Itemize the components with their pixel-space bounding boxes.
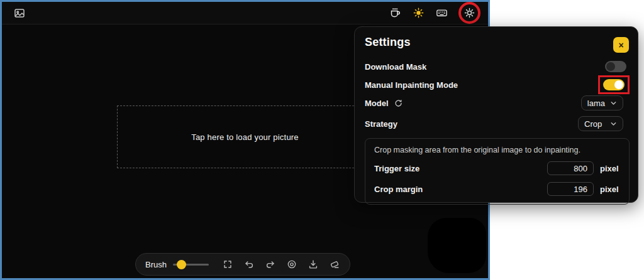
red-circle-annotation: [458, 2, 480, 24]
chevron-down-icon: [610, 100, 617, 107]
brush-toolbar: Brush: [135, 253, 350, 276]
brush-label: Brush: [145, 260, 167, 269]
crop-margin-unit: pixel: [600, 185, 620, 194]
coffee-icon[interactable]: [387, 6, 402, 21]
manual-inpainting-row: Manual Inpainting Mode: [365, 78, 630, 92]
download-icon[interactable]: [307, 259, 319, 271]
top-bar: [2, 2, 488, 24]
sun-theme-icon[interactable]: [411, 6, 426, 21]
manual-inpainting-toggle[interactable]: [603, 79, 625, 90]
eraser-icon[interactable]: [328, 259, 340, 271]
crop-strategy-description: Crop masking area from the original imag…: [374, 146, 620, 154]
trigger-size-input[interactable]: [547, 161, 594, 175]
toolbar-buttons: [221, 259, 340, 271]
close-icon[interactable]: ×: [613, 37, 629, 53]
model-select[interactable]: lama: [581, 95, 623, 110]
model-row: Model lama: [365, 96, 630, 110]
toggle-knob: [606, 62, 615, 71]
strategy-row: Strategy Crop: [365, 117, 630, 131]
model-select-value: lama: [587, 99, 605, 108]
mask-blob: [428, 218, 486, 273]
model-label-text: Model: [365, 99, 389, 108]
slider-thumb[interactable]: [177, 260, 186, 269]
model-label: Model: [365, 99, 403, 108]
crop-margin-label: Crop margin: [374, 185, 547, 194]
redo-icon[interactable]: [264, 259, 276, 271]
keyboard-shortcuts-icon[interactable]: [434, 6, 449, 21]
settings-title: Settings: [365, 36, 411, 49]
settings-panel: Settings × Download Mask Manual Inpainti…: [354, 26, 638, 203]
crop-margin-input[interactable]: [547, 182, 594, 196]
strategy-select-value: Crop: [584, 119, 602, 129]
brush-size-slider[interactable]: [173, 259, 209, 269]
toggle-knob: [614, 80, 623, 89]
preview-eye-icon[interactable]: [286, 259, 297, 271]
trigger-size-label: Trigger size: [374, 164, 547, 173]
refresh-icon[interactable]: [394, 99, 403, 108]
expand-icon[interactable]: [221, 259, 233, 271]
picture-icon[interactable]: [12, 6, 27, 21]
trigger-size-row: Trigger size pixel: [374, 161, 620, 175]
upload-hint-text: Tap here to load your picture: [191, 132, 299, 142]
download-mask-toggle[interactable]: [605, 61, 626, 72]
settings-gear-icon[interactable]: [464, 7, 476, 19]
red-rectangle-annotation: [598, 75, 630, 94]
chevron-down-icon: [610, 121, 617, 127]
strategy-label: Strategy: [365, 119, 397, 129]
topbar-actions: [387, 2, 480, 24]
undo-icon[interactable]: [243, 259, 255, 271]
crop-strategy-box: Crop masking area from the original imag…: [365, 138, 630, 205]
download-mask-row: Download Mask: [365, 60, 630, 73]
download-mask-label: Download Mask: [365, 62, 426, 72]
trigger-size-unit: pixel: [600, 164, 620, 173]
upload-dropzone[interactable]: Tap here to load your picture: [117, 105, 373, 168]
manual-inpainting-label: Manual Inpainting Mode: [365, 80, 458, 90]
settings-header: Settings ×: [365, 36, 630, 53]
strategy-select[interactable]: Crop: [578, 116, 623, 131]
crop-margin-row: Crop margin pixel: [374, 182, 620, 196]
